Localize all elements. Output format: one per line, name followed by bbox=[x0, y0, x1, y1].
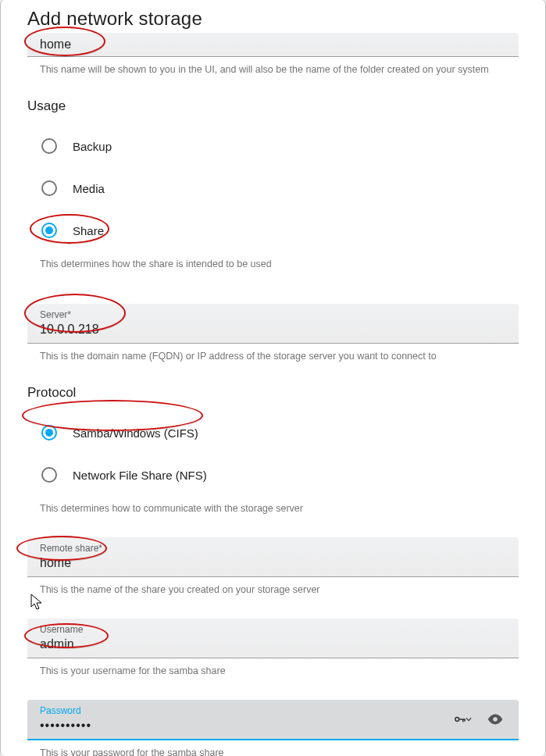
password-help: This is your password for the samba shar… bbox=[40, 747, 506, 756]
server-label: Server* bbox=[40, 308, 506, 321]
protocol-help: This determines how to communicate with … bbox=[40, 502, 506, 515]
radio-icon bbox=[41, 467, 57, 483]
usage-option-backup[interactable]: Backup bbox=[27, 125, 519, 167]
usage-option-share[interactable]: Share bbox=[27, 209, 519, 251]
eye-icon[interactable] bbox=[484, 708, 506, 730]
usage-help: This determines how the share is intende… bbox=[40, 258, 506, 271]
usage-option-media[interactable]: Media bbox=[27, 167, 519, 209]
radio-icon bbox=[41, 138, 57, 154]
server-input[interactable] bbox=[40, 321, 506, 338]
key-icon[interactable] bbox=[451, 708, 473, 730]
password-input[interactable]: •••••••••• bbox=[40, 717, 445, 734]
password-field[interactable]: Password •••••••••• bbox=[27, 700, 519, 740]
name-help: This name will be shown to you in the UI… bbox=[40, 63, 506, 77]
username-label: Username bbox=[40, 623, 506, 636]
usage-title: Usage bbox=[27, 98, 519, 114]
protocol-title: Protocol bbox=[27, 385, 519, 401]
name-field[interactable] bbox=[27, 33, 519, 57]
usage-option-label: Backup bbox=[73, 140, 112, 153]
username-field[interactable]: Username bbox=[27, 619, 519, 658]
protocol-option-nfs[interactable]: Network File Share (NFS) bbox=[27, 454, 519, 496]
usage-option-label: Media bbox=[73, 182, 105, 195]
remote-share-label: Remote share* bbox=[40, 542, 506, 555]
radio-icon bbox=[41, 223, 57, 238]
name-input[interactable] bbox=[40, 36, 506, 53]
server-help: This is the domain name (FQDN) or IP add… bbox=[40, 350, 506, 363]
password-trailing-icons bbox=[445, 708, 506, 730]
remote-share-field[interactable]: Remote share* bbox=[27, 537, 519, 577]
username-help: This is your username for the samba shar… bbox=[40, 665, 506, 678]
remote-share-help: This is the name of the share you create… bbox=[40, 583, 506, 597]
usage-option-label: Share bbox=[73, 224, 104, 237]
remote-share-input[interactable] bbox=[40, 555, 506, 572]
protocol-option-cifs[interactable]: Samba/Windows (CIFS) bbox=[27, 412, 519, 454]
dialog-title: Add network storage bbox=[27, 8, 519, 30]
password-label: Password bbox=[40, 704, 445, 717]
protocol-option-label: Samba/Windows (CIFS) bbox=[73, 426, 198, 440]
server-field[interactable]: Server* bbox=[27, 304, 519, 344]
username-input[interactable] bbox=[40, 636, 506, 653]
radio-icon bbox=[41, 425, 57, 440]
svg-point-1 bbox=[493, 717, 498, 722]
protocol-section: Protocol Samba/Windows (CIFS) Network Fi… bbox=[27, 385, 519, 515]
usage-section: Usage Backup Media Share This determines… bbox=[27, 98, 519, 271]
add-network-storage-dialog: Add network storage This name will be sh… bbox=[0, 0, 546, 756]
radio-icon bbox=[41, 180, 57, 196]
protocol-option-label: Network File Share (NFS) bbox=[73, 469, 207, 482]
